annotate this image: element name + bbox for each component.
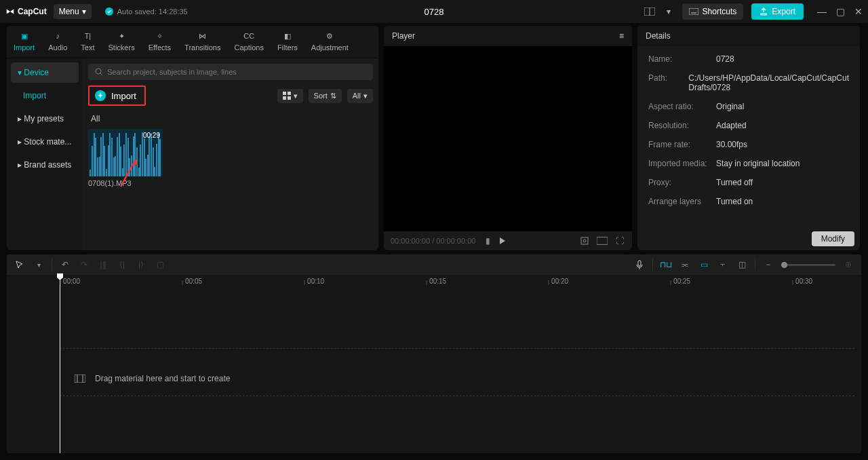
sidebar-item-device[interactable]: ▾ Device [11, 62, 79, 83]
details-row: Proxy:Turned off [648, 178, 849, 187]
prev-frame-icon[interactable]: ▮ [482, 235, 493, 246]
export-button[interactable]: Export [751, 3, 804, 20]
ruler-mark: 00:30 [792, 277, 812, 285]
modify-button[interactable]: Modify [812, 231, 854, 246]
text-icon: T| [81, 30, 94, 42]
ruler-mark: 00:05 [182, 277, 202, 285]
main-area: ▣Import♪AudioT|Text✦Stickers✧Effects⋈Tra… [0, 23, 868, 250]
sidebar-item-brandassets[interactable]: ▸ Brand assets [11, 155, 79, 175]
tab-adjustment[interactable]: ⚙Adjustment [304, 26, 355, 58]
trim-left-icon[interactable]: ⟨| [116, 258, 128, 271]
chevron-down-icon[interactable]: ▾ [663, 6, 674, 17]
details-row: Resolution:Adapted [648, 121, 849, 130]
tab-text[interactable]: T|Text [74, 26, 101, 58]
redo-icon[interactable]: ↷ [78, 258, 90, 271]
autosave-text: Auto saved: 14:28:35 [117, 7, 188, 16]
shortcuts-button[interactable]: Shortcuts [682, 3, 744, 20]
tab-effects[interactable]: ✧Effects [142, 26, 178, 58]
menu-label: Menu [59, 7, 79, 16]
project-title: 0728 [425, 7, 444, 17]
clip-duration: 00:29 [143, 132, 160, 139]
ruler-mark: 00:25 [670, 277, 690, 285]
audio-icon: ♪ [52, 30, 64, 42]
mic-icon[interactable] [633, 258, 646, 271]
shortcuts-label: Shortcuts [703, 7, 737, 16]
cursor-tool-icon[interactable] [14, 258, 26, 271]
timeline-ruler[interactable]: 00:0000:0500:1000:1500:2000:2500:30 [7, 275, 861, 287]
tab-label: Audio [48, 43, 67, 52]
minimize-icon[interactable]: — [817, 6, 827, 17]
hamburger-icon[interactable]: ≡ [619, 31, 624, 41]
player-panel: Player ≡ 00:00:00:00 / 00:00:00:00 ▮ ⛶ [384, 26, 632, 250]
details-row: Path:C:/Users/HP/AppData/Local/CapCut/Ca… [648, 73, 849, 92]
details-value: Turned off [716, 178, 849, 187]
clip-thumbnail: 00:29 [88, 129, 163, 176]
timeline-body[interactable]: Drag material here and start to create [7, 287, 861, 453]
view-grid-button[interactable]: ▾ [277, 89, 303, 103]
tab-filters[interactable]: ◧Filters [271, 26, 304, 58]
track-divider [60, 396, 854, 396]
player-controls: 00:00:00:00 / 00:00:00:00 ▮ ⛶ [384, 231, 632, 250]
layout-icon[interactable] [644, 6, 655, 17]
split-icon[interactable]: |‖ [97, 258, 109, 271]
zoom-slider[interactable] [781, 264, 835, 266]
sidebar-item-mypresets[interactable]: ▸ My presets [11, 109, 79, 129]
tab-captions[interactable]: CCCaptions [227, 26, 270, 58]
player-viewport[interactable] [384, 46, 632, 231]
zoom-out-icon[interactable]: − [762, 258, 774, 271]
sort-button[interactable]: Sort ⇅ [309, 89, 342, 103]
chevron-down-icon[interactable]: ▾ [33, 258, 45, 271]
magnet-icon[interactable]: ⊓⊔ [660, 258, 672, 271]
play-button[interactable] [500, 237, 505, 244]
details-row: Imported media:Stay in original location [648, 159, 849, 168]
ruler-mark: 00:15 [426, 277, 446, 285]
media-clip[interactable]: 00:29 0708(1).MP3 [88, 129, 163, 187]
adjustment-icon: ⚙ [323, 30, 336, 42]
maximize-icon[interactable]: ▢ [836, 6, 845, 17]
delete-icon[interactable]: ▢ [154, 258, 166, 271]
menu-button[interactable]: Menu ▾ [54, 4, 92, 19]
zoom-in-icon[interactable]: ⊕ [842, 258, 854, 271]
details-panel: Details Name:0728Path:C:/Users/HP/AppDat… [637, 26, 860, 250]
tab-audio[interactable]: ♪Audio [41, 26, 74, 58]
plus-icon: + [95, 90, 106, 101]
search-icon [95, 68, 103, 76]
trim-right-icon[interactable]: |⟩ [135, 258, 147, 271]
align-icon[interactable]: ⫟ [717, 258, 729, 271]
tab-label: Transitions [184, 43, 220, 52]
sidebar-item-stockmate[interactable]: ▸ Stock mate... [11, 132, 79, 152]
details-value: Adapted [716, 121, 849, 130]
timeline-hint-text: Drag material here and start to create [95, 374, 230, 383]
tab-import[interactable]: ▣Import [7, 26, 41, 58]
snapshot-icon[interactable] [579, 235, 590, 246]
undo-icon[interactable]: ↶ [59, 258, 71, 271]
tab-stickers[interactable]: ✦Stickers [102, 26, 142, 58]
search-placeholder: Search project, subjects in image, lines [107, 68, 237, 76]
filter-all-button[interactable]: All ▾ [347, 89, 373, 103]
search-input[interactable]: Search project, subjects in image, lines [88, 64, 373, 80]
fullscreen-icon[interactable]: ⛶ [614, 235, 625, 246]
timecode: 00:00:00:00 / 00:00:00:00 [391, 237, 475, 245]
marker-icon[interactable]: ◫ [736, 258, 748, 271]
titlebar: CapCut Menu ▾ Auto saved: 14:28:35 0728 … [0, 0, 868, 23]
details-label: Arrange layers [648, 197, 716, 206]
import-button[interactable]: + Import [88, 85, 146, 106]
transitions-icon: ⋈ [197, 30, 209, 42]
ratio-icon[interactable] [597, 235, 608, 246]
details-header: Details [637, 26, 860, 46]
clip-filename: 0708(1).MP3 [88, 179, 163, 187]
tab-transitions[interactable]: ⋈Transitions [178, 26, 227, 58]
window-controls: — ▢ ✕ [817, 6, 863, 17]
media-toolbar: + Import ▾ Sort ⇅ All ▾ [88, 85, 373, 106]
details-value: Original [716, 102, 849, 111]
close-icon[interactable]: ✕ [854, 6, 863, 17]
autosave-check-icon [105, 7, 113, 16]
stickers-icon: ✦ [115, 30, 127, 42]
preview-icon[interactable]: ▭ [698, 258, 710, 271]
media-content: Search project, subjects in image, lines… [83, 58, 378, 250]
link-icon[interactable]: ⫘ [679, 258, 691, 271]
player-header: Player ≡ [384, 26, 632, 46]
sidebar-item-import[interactable]: Import [11, 85, 79, 106]
svg-rect-14 [597, 237, 608, 245]
svg-rect-2 [689, 8, 698, 15]
